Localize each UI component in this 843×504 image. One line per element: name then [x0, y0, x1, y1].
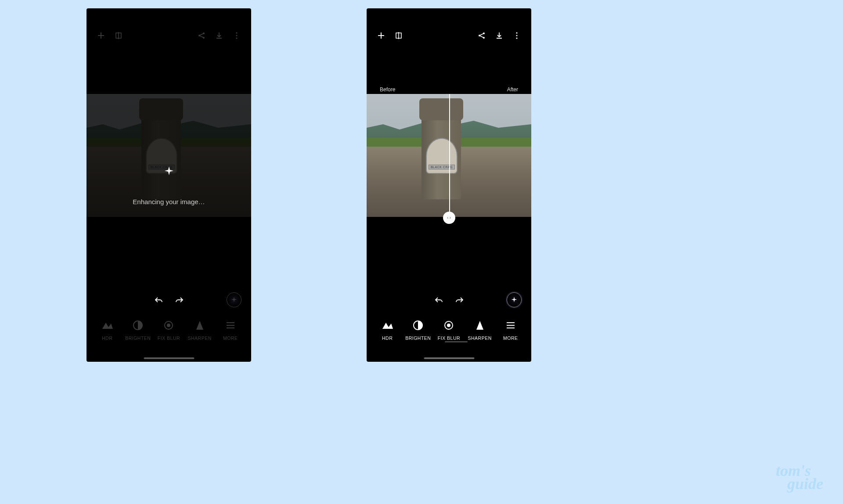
- svg-point-11: [516, 32, 517, 33]
- download-icon[interactable]: [494, 31, 504, 40]
- sharpen-icon: [474, 320, 486, 331]
- tool-more[interactable]: MORE: [497, 320, 524, 341]
- before-label: Before: [380, 86, 395, 93]
- redo-button[interactable]: [454, 294, 465, 306]
- compare-icon[interactable]: [114, 31, 123, 40]
- tool-sharpen[interactable]: SHARPEN: [186, 320, 213, 341]
- tool-sharpen[interactable]: SHARPEN: [466, 320, 494, 341]
- tools-bar: HDR BRIGHTEN FIX BLUR SHARPEN MORE: [86, 320, 251, 341]
- undo-button[interactable]: [433, 294, 444, 306]
- tool-fixblur[interactable]: FIX BLUR: [155, 320, 182, 341]
- watermark: tom's guide: [776, 464, 823, 491]
- enhance-button[interactable]: [227, 292, 241, 307]
- svg-point-4: [236, 35, 237, 36]
- more-icon[interactable]: [232, 31, 241, 40]
- hdr-icon: [382, 320, 393, 331]
- tool-fixblur[interactable]: FIX BLUR: [435, 320, 462, 341]
- more-tools-icon: [225, 320, 236, 331]
- top-toolbar: [86, 27, 251, 44]
- svg-point-9: [479, 35, 480, 36]
- comparison-slider-handle[interactable]: ‹ ›: [443, 212, 455, 224]
- top-toolbar: [367, 27, 531, 44]
- brighten-icon: [412, 320, 424, 331]
- loading-text: Enhancing your image…: [133, 198, 205, 205]
- hdr-icon: [101, 320, 113, 331]
- enhance-button[interactable]: [507, 292, 522, 307]
- undo-button[interactable]: [153, 294, 164, 306]
- comparison-slider-line: [449, 94, 450, 223]
- phone-screenshot-right: Before After BLACK CRAG ‹ › HDR BRIGHTEN…: [367, 8, 531, 362]
- tool-brighten[interactable]: BRIGHTEN: [404, 320, 432, 341]
- more-icon[interactable]: [512, 31, 522, 40]
- redo-button[interactable]: [174, 294, 185, 306]
- more-tools-icon: [505, 320, 516, 331]
- svg-point-1: [198, 35, 200, 36]
- svg-point-10: [483, 37, 485, 39]
- plaque-label: BLACK CRAG: [429, 165, 455, 169]
- svg-point-12: [516, 35, 517, 36]
- tool-brighten[interactable]: BRIGHTEN: [124, 320, 151, 341]
- after-label: After: [507, 86, 518, 93]
- sparkle-icon: [165, 166, 173, 175]
- svg-point-3: [236, 32, 237, 33]
- tool-hdr[interactable]: HDR: [374, 320, 401, 341]
- sharpen-icon: [194, 320, 205, 331]
- svg-point-15: [447, 324, 450, 327]
- tools-bar: HDR BRIGHTEN FIX BLUR SHARPEN MORE: [367, 320, 531, 341]
- compare-icon[interactable]: [394, 31, 403, 40]
- home-indicator: [144, 357, 194, 359]
- loading-overlay: Enhancing your image…: [86, 166, 251, 205]
- svg-point-8: [483, 32, 485, 34]
- svg-point-0: [203, 32, 205, 34]
- svg-point-2: [203, 37, 205, 39]
- before-after-labels: Before After: [367, 86, 531, 93]
- fixblur-icon: [163, 320, 174, 331]
- share-icon[interactable]: [477, 31, 486, 40]
- share-icon[interactable]: [197, 31, 206, 40]
- home-indicator: [424, 357, 474, 359]
- add-icon[interactable]: [376, 31, 386, 40]
- download-icon[interactable]: [214, 31, 224, 40]
- tool-hdr[interactable]: HDR: [94, 320, 121, 341]
- scroll-indicator: [445, 341, 468, 342]
- svg-point-5: [236, 37, 237, 39]
- add-icon[interactable]: [96, 31, 106, 40]
- svg-point-7: [167, 324, 170, 327]
- watermark-line2: guide: [776, 477, 823, 491]
- tool-more[interactable]: MORE: [217, 320, 244, 341]
- svg-point-13: [516, 37, 517, 39]
- phone-screenshot-left: BLACK CRAG Enhancing your image… HDR BRI…: [86, 8, 251, 362]
- fixblur-icon: [443, 320, 454, 331]
- brighten-icon: [132, 320, 144, 331]
